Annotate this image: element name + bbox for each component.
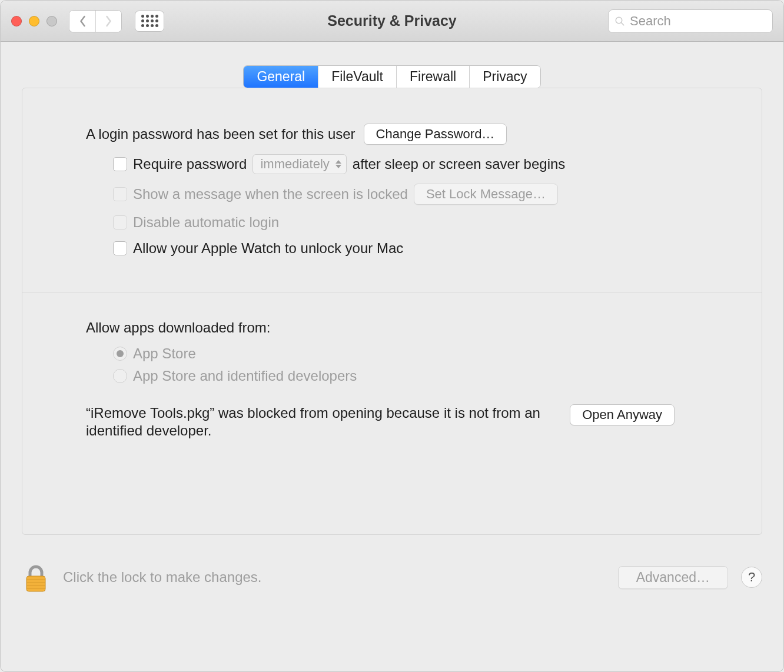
allow-apps-heading: Allow apps downloaded from:	[86, 320, 726, 336]
apple-watch-unlock-checkbox[interactable]	[113, 241, 127, 255]
lock-icon	[23, 563, 49, 594]
chevron-right-icon	[105, 15, 112, 27]
search-input[interactable]	[630, 14, 766, 29]
require-password-checkbox[interactable]	[113, 157, 127, 171]
show-lock-message-checkbox	[113, 187, 127, 201]
tab-filevault[interactable]: FileVault	[318, 66, 396, 88]
disable-auto-login-label: Disable automatic login	[133, 214, 279, 231]
general-panel: A login password has been set for this u…	[22, 88, 762, 535]
zoom-window-button[interactable]	[46, 16, 57, 26]
lock-button[interactable]	[22, 561, 50, 594]
minimize-window-button[interactable]	[29, 16, 39, 26]
forward-button[interactable]	[95, 11, 121, 32]
close-window-button[interactable]	[11, 16, 22, 26]
tab-general[interactable]: General	[244, 66, 318, 88]
nav-buttons	[69, 10, 122, 32]
advanced-button: Advanced…	[618, 566, 728, 589]
radio-app-store-identified-label: App Store and identified developers	[133, 368, 357, 384]
show-all-button[interactable]	[135, 11, 164, 32]
window-controls	[11, 16, 57, 26]
require-password-label: Require password	[133, 156, 247, 172]
radio-app-store-label: App Store	[133, 345, 196, 362]
stepper-icon	[335, 160, 341, 168]
help-icon: ?	[748, 570, 755, 585]
footer: Click the lock to make changes. Advanced…	[1, 553, 783, 611]
svg-rect-2	[26, 576, 45, 591]
open-anyway-button[interactable]: Open Anyway	[570, 404, 675, 425]
svg-line-1	[621, 22, 623, 25]
back-button[interactable]	[69, 11, 95, 32]
require-password-delay-value: immediately	[260, 157, 329, 172]
show-lock-message-label: Show a message when the screen is locked	[133, 186, 408, 202]
radio-app-store-identified	[113, 369, 127, 383]
login-password-text: A login password has been set for this u…	[86, 126, 356, 142]
tab-bar: General FileVault Firewall Privacy	[243, 65, 540, 88]
require-password-delay-select[interactable]: immediately	[253, 154, 346, 174]
grid-icon	[141, 15, 158, 27]
change-password-button[interactable]: Change Password…	[364, 124, 507, 145]
blocked-app-message: “iRemove Tools.pkg” was blocked from ope…	[86, 404, 552, 440]
search-icon	[614, 15, 625, 27]
lock-hint-text: Click the lock to make changes.	[63, 569, 262, 585]
radio-app-store	[113, 347, 127, 361]
disable-auto-login-checkbox	[113, 215, 127, 229]
tab-firewall[interactable]: Firewall	[396, 66, 469, 88]
set-lock-message-button: Set Lock Message…	[414, 184, 558, 205]
help-button[interactable]: ?	[741, 567, 762, 588]
require-password-suffix: after sleep or screen saver begins	[353, 156, 566, 172]
chevron-left-icon	[79, 15, 87, 27]
search-field[interactable]	[608, 9, 773, 33]
window-titlebar: Security & Privacy	[1, 1, 783, 42]
apple-watch-unlock-label: Allow your Apple Watch to unlock your Ma…	[133, 240, 403, 257]
section-divider	[22, 292, 762, 292]
tab-privacy[interactable]: Privacy	[469, 66, 540, 88]
